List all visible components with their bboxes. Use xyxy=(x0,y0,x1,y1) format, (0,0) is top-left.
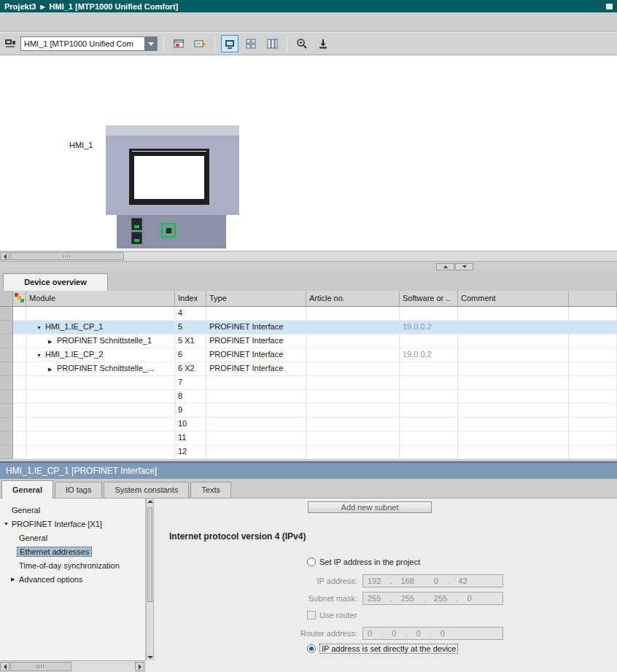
table-row[interactable]: ▶PROFINET Schnittstelle_... 6 X2 PROFINE… xyxy=(0,362,617,376)
expand-icon[interactable]: ▶ xyxy=(48,367,57,372)
column-header-type[interactable]: Type xyxy=(206,291,306,307)
tab-system-constants[interactable]: System constants xyxy=(104,482,189,498)
radio-row-ip-set-at-device: IP address is set directly at the device xyxy=(307,644,458,654)
nav-item-advanced-options[interactable]: ▶ Advanced options xyxy=(0,572,145,586)
expand-icon[interactable]: ▶ xyxy=(48,339,57,345)
graphic-view-icon-button[interactable] xyxy=(221,35,238,52)
row-selector[interactable] xyxy=(0,376,13,390)
rename-device-icon-button[interactable] xyxy=(191,35,209,52)
row-selector[interactable] xyxy=(0,348,13,362)
collapse-icon[interactable]: ▼ xyxy=(4,521,12,526)
tab-device-overview[interactable]: Device overview xyxy=(3,273,108,291)
scroll-up-button[interactable] xyxy=(147,500,153,503)
device-config-icon[interactable] xyxy=(4,37,17,50)
column-header-module[interactable]: Module xyxy=(26,291,175,307)
cell-software xyxy=(400,307,458,321)
zoom-icon-button[interactable] xyxy=(293,35,311,52)
table-row[interactable]: ▼HMI_1.IE_CP_2 6 PROFINET Interface 19.0… xyxy=(0,348,617,362)
table-row[interactable]: 7 xyxy=(0,376,617,390)
radio-label[interactable]: IP address is set directly at the device xyxy=(319,644,458,654)
scroll-left-button[interactable] xyxy=(0,252,9,260)
nav-item-interface-general[interactable]: General xyxy=(0,531,145,544)
table-row-selected[interactable]: ▼HMI_1.IE_CP_1 5 PROFINET Interface 19.0… xyxy=(0,321,617,335)
nav-vscrollbar[interactable] xyxy=(146,499,154,660)
nav-item-profinet-interface[interactable]: ▼ PROFINET Interface [X1] xyxy=(0,517,145,531)
scrollbar-thumb[interactable] xyxy=(10,252,124,260)
hardware-catalog-icon-button[interactable] xyxy=(170,35,187,52)
row-selector[interactable] xyxy=(0,418,13,431)
ip-address-field[interactable]: 192 . 168 . 0 . 42 xyxy=(362,574,503,587)
table-row[interactable]: 9 xyxy=(0,404,617,418)
section-title-ipv4: Internet protocol version 4 (IPv4) xyxy=(169,531,306,542)
device-selector[interactable]: HMI_1 [MTP1000 Unified Com xyxy=(20,36,158,51)
splitter-up-button[interactable] xyxy=(436,263,454,270)
row-selector[interactable] xyxy=(0,307,13,321)
column-header-article[interactable]: Article no. xyxy=(306,291,400,307)
row-selector[interactable] xyxy=(0,404,13,418)
table-row[interactable]: 12 xyxy=(0,445,617,459)
float-window-icon[interactable] xyxy=(606,4,613,9)
breadcrumb-project[interactable]: Projekt3 xyxy=(4,2,36,11)
collapse-icon[interactable]: ▼ xyxy=(36,325,45,330)
table-row[interactable]: 11 xyxy=(0,431,617,445)
tab-texts[interactable]: Texts xyxy=(190,482,231,498)
scroll-right-button[interactable] xyxy=(135,662,144,671)
splitter-down-button[interactable] xyxy=(455,263,473,270)
checkbox-label[interactable]: Use router xyxy=(319,611,357,620)
collapse-icon[interactable]: ▼ xyxy=(36,353,45,358)
row-selector[interactable] xyxy=(0,362,13,376)
cell-type: PROFINET Interface xyxy=(206,335,306,348)
column-header-index[interactable]: Index xyxy=(175,291,206,307)
table-row[interactable]: 10 xyxy=(0,418,617,431)
hmi-device-port-panel xyxy=(117,215,226,249)
nav-item-time-of-day-sync[interactable]: Time-of-day synchronization xyxy=(0,558,145,572)
use-router-checkbox[interactable] xyxy=(307,611,316,620)
row-selector[interactable] xyxy=(0,445,13,459)
table-row[interactable]: 4 xyxy=(0,307,617,321)
device-view-canvas[interactable]: HMI_1 xyxy=(0,55,617,251)
cell-software xyxy=(400,362,458,376)
radio-label[interactable]: Set IP address in the project xyxy=(319,558,420,566)
column-header-software[interactable]: Software or .. xyxy=(400,291,458,307)
scroll-left-button[interactable] xyxy=(0,662,9,671)
row-selector[interactable] xyxy=(0,390,13,404)
radio-set-ip-in-project[interactable] xyxy=(307,558,316,566)
cell-comment xyxy=(458,348,569,362)
scrollbar-thumb[interactable] xyxy=(10,662,71,671)
grid-view-icon-button[interactable] xyxy=(242,35,260,52)
table-header-row: Module Index Type Article no. Software o… xyxy=(0,291,617,307)
row-selector[interactable] xyxy=(0,321,13,335)
arrow-down-icon xyxy=(462,265,467,268)
ethernet-port-icon[interactable] xyxy=(131,232,142,244)
subnet-mask-field[interactable]: 255 . 255 . 255 . 0 xyxy=(362,592,503,605)
cell-type xyxy=(206,307,306,321)
hmi-device-image[interactable] xyxy=(106,125,239,249)
arrow-left-icon xyxy=(4,664,7,670)
fit-to-view-icon-button[interactable] xyxy=(314,35,332,52)
nav-item-ethernet-addresses[interactable]: Ethernet addresses xyxy=(0,544,145,558)
tab-general[interactable]: General xyxy=(1,480,53,499)
add-new-subnet-button[interactable]: Add new subnet xyxy=(308,501,432,513)
properties-tabbar: General IO tags System constants Texts xyxy=(0,479,617,499)
module-name: PROFINET Schnittstelle_... xyxy=(57,364,154,372)
column-header-comment[interactable]: Comment xyxy=(458,291,569,307)
selected-interface-port[interactable] xyxy=(161,223,176,238)
row-selector[interactable] xyxy=(0,335,13,348)
device-view-hscrollbar[interactable] xyxy=(0,251,617,262)
list-view-icon-button[interactable] xyxy=(263,35,281,52)
scrollbar-thumb[interactable] xyxy=(147,507,152,602)
arrow-right-icon xyxy=(139,664,141,670)
nav-hscrollbar[interactable] xyxy=(0,660,146,672)
ethernet-port-icon[interactable] xyxy=(131,218,142,230)
chevron-down-icon[interactable] xyxy=(144,37,157,50)
breadcrumb-device[interactable]: HMI_1 [MTP1000 Unified Comfort] xyxy=(50,2,179,11)
expand-icon[interactable]: ▶ xyxy=(11,577,19,582)
row-selector[interactable] xyxy=(0,431,13,445)
router-address-field[interactable]: 0 . 0 . 0 . 0 xyxy=(362,627,503,640)
table-row[interactable]: 8 xyxy=(0,390,617,404)
tab-io-tags[interactable]: IO tags xyxy=(55,482,102,498)
scroll-down-button[interactable] xyxy=(147,656,153,659)
nav-item-general[interactable]: General xyxy=(0,503,145,517)
table-row[interactable]: ▶PROFINET Schnittstelle_1 5 X1 PROFINET … xyxy=(0,335,617,348)
radio-ip-set-at-device[interactable] xyxy=(307,644,316,653)
